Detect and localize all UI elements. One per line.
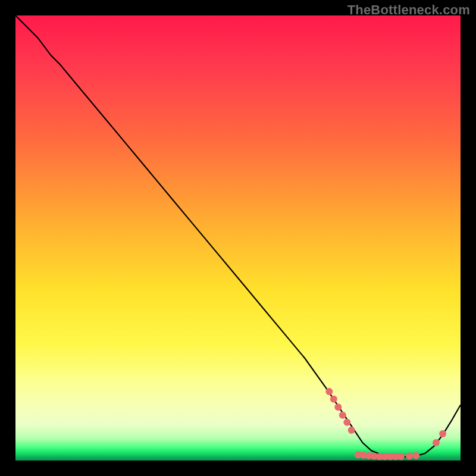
data-marker (412, 452, 419, 459)
data-marker (334, 403, 342, 411)
data-marker (339, 412, 346, 419)
marker-group (325, 388, 446, 460)
chart-svg (15, 15, 461, 461)
curve-line (15, 15, 461, 457)
data-marker (406, 453, 413, 460)
data-marker (330, 396, 337, 403)
data-marker (343, 419, 350, 426)
chart-container: TheBottleneck.com (0, 0, 476, 476)
plot-area (15, 15, 461, 461)
data-marker (325, 388, 333, 395)
data-marker (397, 453, 405, 460)
data-marker (439, 430, 446, 437)
data-marker (433, 439, 440, 446)
data-marker (348, 427, 355, 434)
